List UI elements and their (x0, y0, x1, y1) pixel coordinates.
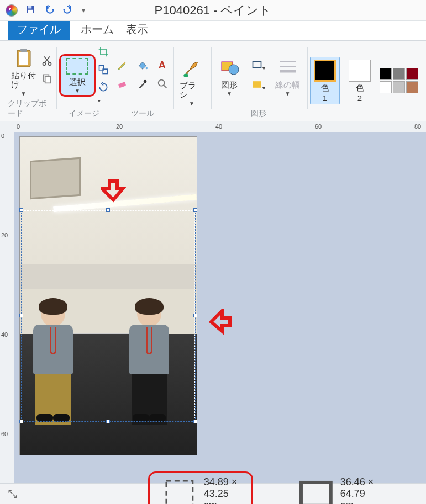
group-label-clipboard: クリップボード (8, 98, 52, 121)
tab-home[interactable]: ホーム (80, 19, 115, 40)
ruler-corner (0, 121, 14, 132)
svg-rect-1 (28, 6, 32, 9)
resize-handle[interactable] (193, 314, 197, 317)
qat-customize-icon[interactable]: ▾ (82, 7, 85, 14)
window-title: P1040261 - ペイント (155, 2, 272, 19)
save-icon[interactable] (25, 4, 35, 17)
select-button[interactable]: 選択 ▼ (59, 54, 96, 97)
selection-size-value: 34.89 × 43.25 cm (204, 476, 241, 504)
fill-icon[interactable] (136, 59, 149, 73)
ruler-horizontal: 0 20 40 60 80 (14, 121, 426, 132)
title-bar: ▾ P1040261 - ペイント (0, 0, 426, 21)
ruler-tick: 20 (1, 232, 8, 238)
paste-label: 貼り付け (11, 71, 36, 89)
ruler-tick: 60 (1, 431, 8, 437)
ruler-vertical: 0 20 40 60 (0, 132, 14, 483)
crop-icon[interactable] (98, 46, 109, 60)
canvas-size: 36.46 × 64.79 cm (296, 474, 378, 504)
group-brushes: ブラシ ▼ (173, 43, 211, 121)
svg-point-12 (146, 67, 148, 69)
annotation-arrow-left-icon (208, 309, 233, 335)
ribbon: 貼り付け ▼ クリップボード 選択 ▼ ▾ イメージ (0, 41, 426, 121)
svg-rect-4 (19, 52, 28, 65)
canvas-size-value: 36.46 × 64.79 cm (340, 476, 378, 504)
resize-handle[interactable] (19, 420, 23, 423)
eraser-icon[interactable] (117, 78, 129, 92)
svg-point-17 (183, 73, 188, 77)
resize-handle[interactable] (19, 314, 23, 317)
paste-button[interactable]: 貼り付け ▼ (8, 44, 39, 98)
color1-swatch (314, 60, 336, 82)
resize-handle[interactable] (106, 420, 110, 423)
svg-rect-9 (45, 76, 51, 83)
ruler-tick: 0 (1, 132, 4, 139)
color-picker-icon[interactable] (136, 78, 149, 92)
ribbon-tabs: ファイル ホーム 表示 (0, 21, 426, 41)
resize-icon[interactable] (98, 64, 109, 77)
group-label-tools: ツール (131, 108, 154, 121)
undo-icon[interactable] (44, 4, 54, 17)
svg-rect-23 (301, 482, 331, 504)
resize-handle[interactable] (19, 208, 23, 212)
ruler-tick: 40 (1, 331, 8, 338)
svg-point-19 (229, 65, 239, 75)
group-shapes: 図形 ▼ ▾ ▾ 線の幅 ▼ 図形 (211, 43, 307, 121)
selection-size: 34.89 × 43.25 cm (148, 471, 253, 504)
svg-rect-22 (166, 481, 193, 504)
cut-icon[interactable] (41, 55, 52, 68)
ruler-tick: 80 (414, 123, 421, 130)
group-tools: A ツール (112, 43, 173, 121)
svg-text:A: A (159, 59, 166, 71)
copy-icon[interactable] (41, 73, 52, 86)
ruler-tick: 0 (17, 123, 20, 130)
group-label-image: イメージ (69, 108, 99, 121)
outline-icon[interactable]: ▾ (251, 59, 265, 72)
group-colors: 色 1 色 2 (307, 43, 422, 121)
annotation-arrow-down-icon (101, 178, 126, 203)
ruler-tick: 40 (215, 123, 222, 130)
ruler-tick: 20 (116, 123, 123, 130)
color1-label: 色 1 (321, 83, 329, 103)
selection-rect-icon (66, 58, 88, 75)
select-label: 選択 (69, 78, 86, 87)
color2-label: 色 2 (356, 83, 364, 103)
brushes-label: ブラシ (180, 81, 204, 99)
group-image: 選択 ▼ ▾ イメージ (56, 43, 112, 121)
shapes-button[interactable]: 図形 ▼ (214, 53, 245, 98)
tab-view[interactable]: 表示 (125, 19, 149, 40)
resize-handle[interactable] (193, 420, 197, 423)
workspace: 0 20 40 60 80 0 20 40 60 (0, 121, 426, 483)
canvas-size-icon (296, 474, 336, 504)
group-clipboard: 貼り付け ▼ クリップボード (4, 43, 56, 121)
selection-size-icon (160, 474, 199, 504)
chevron-down-icon: ▼ (227, 91, 232, 97)
svg-rect-2 (28, 9, 33, 12)
svg-point-7 (49, 62, 51, 65)
color-palette[interactable] (380, 68, 418, 93)
quick-access-toolbar: ▾ (25, 4, 85, 17)
pencil-icon[interactable] (117, 59, 129, 73)
selection-marquee[interactable] (21, 210, 196, 422)
brushes-button[interactable]: ブラシ ▼ (176, 54, 207, 108)
shapes-label: 図形 (221, 81, 238, 90)
color1-button[interactable]: 色 1 (310, 57, 340, 104)
chevron-down-icon: ▼ (189, 100, 194, 107)
rotate-icon[interactable]: ▾ (98, 82, 109, 105)
svg-rect-21 (253, 81, 261, 88)
svg-rect-20 (253, 61, 261, 68)
line-width-button: 線の幅 ▼ (272, 53, 303, 98)
svg-point-15 (144, 79, 147, 83)
redo-icon[interactable] (63, 4, 73, 17)
color2-swatch (349, 60, 371, 82)
magnifier-icon[interactable] (156, 78, 169, 92)
color2-button[interactable]: 色 2 (345, 57, 374, 104)
group-label-shapes: 図形 (251, 108, 266, 121)
status-bar: 34.89 × 43.25 cm 36.46 × 64.79 cm (0, 483, 426, 504)
text-icon[interactable]: A (156, 59, 169, 73)
app-icon (6, 4, 18, 17)
fill-style-icon[interactable]: ▾ (251, 79, 265, 92)
resize-handle[interactable] (106, 208, 110, 212)
resize-handle[interactable] (193, 208, 197, 212)
canvas-area[interactable] (14, 132, 426, 483)
tab-file[interactable]: ファイル (8, 19, 70, 40)
